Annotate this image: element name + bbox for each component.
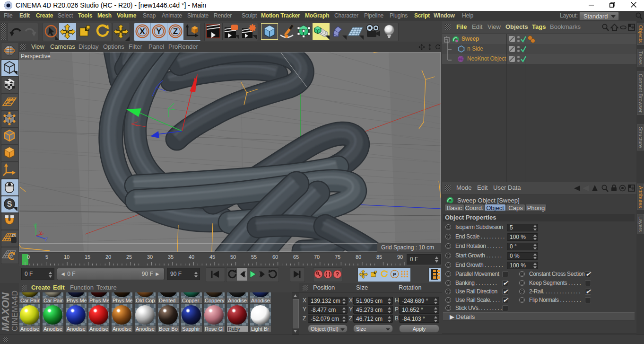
svg-text:90: 90 xyxy=(397,254,403,260)
svg-text:Y: Y xyxy=(156,27,162,36)
svg-text:70: 70 xyxy=(314,254,320,260)
svg-text:MAXON: MAXON xyxy=(0,292,11,331)
svg-text:60: 60 xyxy=(272,254,278,260)
svg-text:Grid Spacing : 10 cm: Grid Spacing : 10 cm xyxy=(381,244,434,251)
svg-text:P: P xyxy=(393,272,396,277)
svg-text:15: 15 xyxy=(85,254,90,260)
svg-text:X: X xyxy=(139,27,145,36)
svg-text:50: 50 xyxy=(230,254,236,260)
svg-text:0: 0 xyxy=(27,254,30,260)
svg-text:40: 40 xyxy=(189,254,194,260)
svg-text:S: S xyxy=(7,200,12,208)
svg-text:30: 30 xyxy=(147,254,153,260)
svg-text:45: 45 xyxy=(209,254,215,260)
svg-text:Z: Z xyxy=(45,237,48,242)
svg-text:80: 80 xyxy=(356,254,361,260)
svg-text:35: 35 xyxy=(168,254,174,260)
svg-text:10: 10 xyxy=(64,254,70,260)
svg-text:Y: Y xyxy=(34,224,37,229)
svg-text:85: 85 xyxy=(376,254,382,260)
svg-text:20: 20 xyxy=(105,254,111,260)
svg-text:25: 25 xyxy=(126,254,132,260)
svg-text:65: 65 xyxy=(293,254,299,260)
svg-text:Perspective: Perspective xyxy=(21,53,51,60)
svg-text:?: ? xyxy=(336,271,339,278)
svg-text:75: 75 xyxy=(335,254,340,260)
svg-text:CINEMA4D: CINEMA4D xyxy=(11,290,19,331)
svg-text:5: 5 xyxy=(45,254,48,260)
svg-text:55: 55 xyxy=(251,254,257,260)
svg-text:X: X xyxy=(39,231,43,236)
svg-text:Z: Z xyxy=(173,27,178,36)
